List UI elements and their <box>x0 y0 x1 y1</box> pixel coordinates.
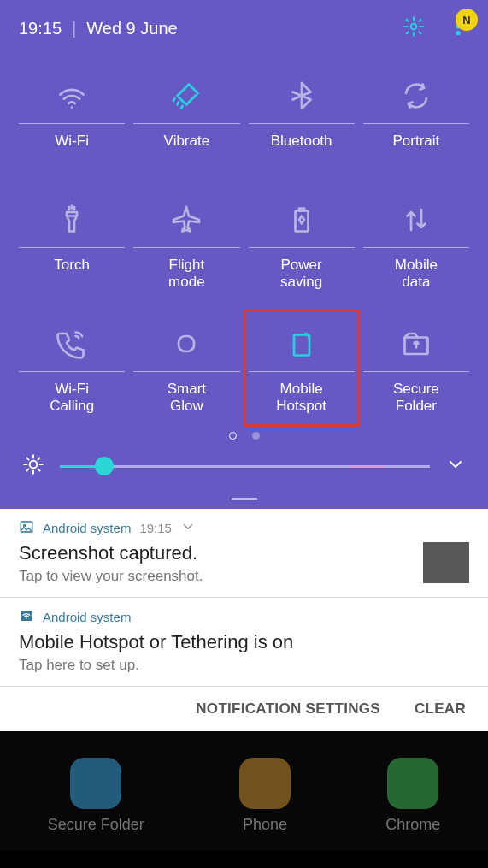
notif-subtitle: Tap here to set up. <box>19 657 293 674</box>
picture-icon <box>19 519 34 537</box>
chevron-down-icon[interactable] <box>445 454 466 478</box>
brightness-row <box>0 452 488 494</box>
qs-label: Wi-FiCalling <box>50 381 94 420</box>
qs-tile-hotspot[interactable]: MobileHotspot <box>249 318 355 427</box>
qs-label: Portrait <box>392 133 439 172</box>
qs-tile-wifi[interactable]: Wi-Fi <box>19 70 125 179</box>
app-phone[interactable]: Phone <box>239 758 291 834</box>
wifi-icon <box>56 77 87 115</box>
brightness-slider[interactable] <box>60 465 430 468</box>
screenshot-thumbnail[interactable] <box>423 542 469 583</box>
slider-thumb[interactable] <box>95 457 114 475</box>
qs-tile-wificalling[interactable]: Wi-FiCalling <box>19 318 125 427</box>
qs-label: Wi-Fi <box>55 133 89 172</box>
qs-tile-bluetooth[interactable]: Bluetooth <box>249 70 355 179</box>
qs-tile-power[interactable]: Powersaving <box>249 194 355 303</box>
qs-tile-portrait[interactable]: Portrait <box>363 70 469 179</box>
secure-folder-icon <box>401 325 432 363</box>
qs-tile-vibrate[interactable]: Vibrate <box>133 70 239 179</box>
quick-settings-grid: Wi-Fi Vibrate Bluetooth Portrait Torch F… <box>0 50 488 427</box>
battery-icon <box>286 201 317 239</box>
clock: 19:15 <box>19 19 62 38</box>
app-icon <box>239 758 291 809</box>
qs-tile-securefolder[interactable]: SecureFolder <box>363 318 469 427</box>
rotate-icon <box>401 77 432 115</box>
notification-settings-button[interactable]: NOTIFICATION SETTINGS <box>196 700 380 717</box>
qs-label: Bluetooth <box>271 133 332 172</box>
wifi-calling-icon <box>56 325 87 363</box>
qs-label: Mobiledata <box>395 257 438 296</box>
qs-tile-mobiledata[interactable]: Mobiledata <box>363 194 469 303</box>
app-icon <box>387 758 438 809</box>
qs-label: SecureFolder <box>393 381 439 420</box>
quick-settings-panel: 19:15 | Wed 9 June N Wi-Fi Vibrate <box>0 0 488 509</box>
hotspot-icon <box>286 325 317 363</box>
airplane-icon <box>171 201 202 239</box>
notif-time: 19:15 <box>139 521 172 535</box>
date: Wed 9 June <box>86 19 177 38</box>
profile-badge: N <box>456 9 478 31</box>
qs-label: SmartGlow <box>168 381 206 420</box>
app-label: Phone <box>243 816 287 834</box>
app-label: Chrome <box>385 816 440 834</box>
vibrate-icon <box>171 77 202 115</box>
chevron-down-icon[interactable] <box>180 519 196 537</box>
qs-label: Torch <box>54 257 90 296</box>
homescreen: Secure Folder Phone Chrome <box>0 731 488 851</box>
app-label: Secure Folder <box>48 816 144 834</box>
notif-title: Screenshot captured. <box>19 542 203 564</box>
app-chrome[interactable]: Chrome <box>385 758 440 834</box>
qs-label: Flightmode <box>168 257 205 296</box>
qs-label: Powersaving <box>280 257 322 296</box>
notification-actions: NOTIFICATION SETTINGS CLEAR <box>0 687 488 731</box>
app-secure-folder[interactable]: Secure Folder <box>48 758 144 834</box>
notification[interactable]: Android system Mobile Hotspot or Tetheri… <box>0 598 488 687</box>
notification-list: Android system 19:15 Screenshot captured… <box>0 509 488 687</box>
notification[interactable]: Android system 19:15 Screenshot captured… <box>0 509 488 598</box>
qs-tile-smartglow[interactable]: SmartGlow <box>133 318 239 427</box>
more-icon[interactable]: N <box>447 15 469 41</box>
qs-label: MobileHotspot <box>276 381 326 420</box>
notif-title: Mobile Hotspot or Tethering is on <box>19 631 293 653</box>
notif-app: Android system <box>43 521 131 535</box>
qs-label: Vibrate <box>164 133 210 172</box>
brightness-icon[interactable] <box>22 453 44 479</box>
torch-icon <box>56 201 87 239</box>
page-indicator[interactable] <box>0 427 488 452</box>
data-arrows-icon <box>401 201 432 239</box>
panel-drag-handle[interactable] <box>0 494 488 509</box>
settings-gear-icon[interactable] <box>403 15 425 41</box>
qs-tile-torch[interactable]: Torch <box>19 194 125 303</box>
qs-tile-flight[interactable]: Flightmode <box>133 194 239 303</box>
app-icon <box>70 758 121 809</box>
wifi-small-icon <box>19 608 34 626</box>
notif-app: Android system <box>43 610 131 624</box>
notif-subtitle: Tap to view your screenshot. <box>19 568 203 585</box>
bluetooth-icon <box>286 77 317 115</box>
clear-button[interactable]: CLEAR <box>415 700 466 717</box>
status-bar: 19:15 | Wed 9 June N <box>0 0 488 50</box>
smartglow-icon <box>171 325 202 363</box>
